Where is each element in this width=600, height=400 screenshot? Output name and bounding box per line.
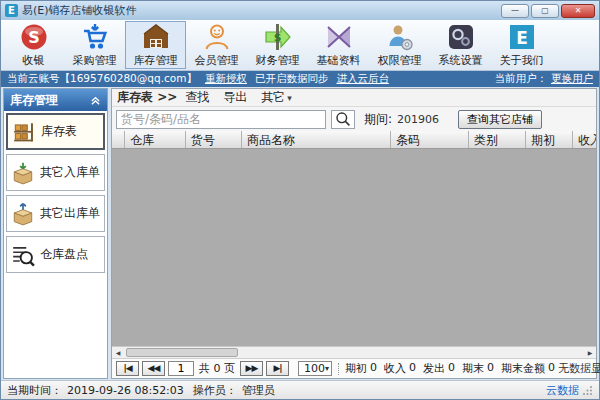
- content-area: 库存管理 库存表 其它入库单 其它出库单 仓库盘点: [1, 87, 599, 380]
- toolbar-button-members[interactable]: 会员管理: [186, 21, 247, 69]
- page-size-value: 100: [304, 362, 325, 375]
- period-value: 201906: [397, 113, 439, 126]
- toolbar-button-purchase[interactable]: 采购管理: [64, 21, 125, 69]
- warehouse-icon: [141, 22, 171, 52]
- menu-item-export[interactable]: 导出: [217, 89, 253, 106]
- menu-item-find[interactable]: 查找: [179, 89, 215, 106]
- column-header-opening[interactable]: 期初: [526, 131, 573, 148]
- search-input[interactable]: [116, 110, 326, 129]
- toolbar-button-permissions[interactable]: 权限管理: [369, 21, 430, 69]
- main-toolbar: S 收银 采购管理 库存管理 会员管理 $ 财务管理 基础资料 权限管理: [1, 20, 599, 71]
- operator-value: 管理员: [242, 383, 275, 398]
- sidebar: 库存管理 库存表 其它入库单 其它出库单 仓库盘点: [3, 88, 108, 379]
- cloud-data-link[interactable]: 云数据: [546, 383, 579, 398]
- pagination-bar: |◀ ◀◀ 共 0 页 ▶▶ ▶| 100 ▾ 期初0 收入0 发出0 期末0 …: [112, 358, 596, 378]
- period-label: 期间:: [364, 111, 392, 128]
- account-bar: 当前云账号【1695760280@qq.com】 重新授权 已开启数据同步 进入…: [1, 71, 599, 87]
- search-icon: [335, 111, 351, 127]
- sidebar-item-other-inbound[interactable]: 其它入库单: [6, 154, 105, 191]
- no-data-message: 无数据显示: [558, 361, 600, 376]
- current-user-label: 当前用户：: [495, 72, 548, 86]
- shelf-icon: [12, 120, 36, 144]
- toolbar-button-about[interactable]: E 关于我们: [491, 21, 552, 69]
- settings-gear-icon: [446, 22, 476, 52]
- stat-value: 0: [409, 361, 416, 376]
- minimize-button[interactable]: —: [501, 4, 529, 18]
- cloud-backend-link[interactable]: 进入云后台: [336, 72, 389, 86]
- column-header-received[interactable]: 收入: [573, 131, 596, 148]
- svg-text:$: $: [273, 31, 281, 44]
- inbound-box-icon: [11, 161, 35, 185]
- permission-icon: [385, 22, 415, 52]
- toolbar-button-inventory[interactable]: 库存管理: [125, 21, 186, 69]
- column-header-product-name[interactable]: 商品名称: [242, 131, 391, 148]
- toolbar-label: 关于我们: [500, 53, 544, 68]
- scroll-left-icon[interactable]: ◀: [112, 347, 124, 358]
- last-page-button[interactable]: ▶|: [266, 361, 289, 376]
- table-header-row: 仓库 货号 商品名称 条码 类别 期初 收入: [112, 131, 596, 149]
- column-header-barcode[interactable]: 条码: [391, 131, 469, 148]
- toolbar-label: 财务管理: [256, 53, 300, 68]
- toolbar-label: 库存管理: [134, 53, 178, 68]
- summary-stats: 期初0 收入0 发出0 期末0 期末金额0: [345, 361, 555, 376]
- toolbar-label: 基础资料: [317, 53, 361, 68]
- page-size-dropdown[interactable]: 100 ▾: [298, 361, 332, 376]
- toolbar-button-finance[interactable]: $ 财务管理: [247, 21, 308, 69]
- operator-label: 操作员：: [193, 383, 237, 398]
- horizontal-scrollbar[interactable]: ◀ ▶: [112, 346, 596, 358]
- page-number-input[interactable]: [168, 361, 194, 376]
- sidebar-item-inventory-table[interactable]: 库存表: [6, 113, 105, 150]
- finance-icon: $: [263, 22, 293, 52]
- toolbar-label: 收银: [23, 53, 45, 68]
- toolbar-label: 系统设置: [439, 53, 483, 68]
- stat-value: 0: [448, 361, 455, 376]
- column-header-item-no[interactable]: 货号: [186, 131, 242, 148]
- scroll-right-icon[interactable]: ▶: [584, 347, 596, 358]
- collapse-chevron-icon[interactable]: [90, 95, 101, 106]
- member-icon: [202, 22, 232, 52]
- divider: [338, 363, 339, 375]
- close-button[interactable]: ✕: [561, 4, 595, 18]
- about-logo-icon: E: [507, 22, 537, 52]
- menu-item-other[interactable]: 其它▾: [255, 89, 298, 106]
- outbound-box-icon: [11, 202, 35, 226]
- status-bar: 当期时间： 2019-09-26 08:52:03 操作员： 管理员 云数据: [1, 380, 599, 399]
- column-header-warehouse[interactable]: 仓库: [125, 131, 186, 148]
- prev-page-button[interactable]: ◀◀: [142, 361, 165, 376]
- app-window: E 易(E)销存店铺收银软件 — ▢ ✕ S 收银 采购管理 库存管理 会员管理…: [0, 0, 600, 400]
- time-label: 当期时间：: [7, 383, 62, 398]
- table-body-empty: [112, 149, 596, 346]
- search-button[interactable]: [331, 110, 355, 129]
- toolbar-button-cashier[interactable]: S 收银: [3, 21, 64, 69]
- stat-value: 0: [548, 361, 555, 376]
- stat-label: 期初: [345, 361, 367, 376]
- column-header-category[interactable]: 类别: [469, 131, 526, 148]
- query-other-stores-button[interactable]: 查询其它店铺: [458, 110, 542, 129]
- chevron-down-icon: ▾: [325, 364, 329, 373]
- sidebar-item-label: 库存表: [41, 123, 77, 140]
- svg-text:S: S: [28, 28, 40, 47]
- svg-text:E: E: [516, 28, 528, 48]
- toolbar-button-settings[interactable]: 系统设置: [430, 21, 491, 69]
- sidebar-item-other-outbound[interactable]: 其它出库单: [6, 195, 105, 232]
- cloud-account-text: 当前云账号【1695760280@qq.com】: [7, 72, 197, 86]
- column-header-selector[interactable]: [112, 131, 125, 148]
- next-page-button[interactable]: ▶▶: [240, 361, 263, 376]
- stat-value: 0: [370, 361, 377, 376]
- toolbar-label: 会员管理: [195, 53, 239, 68]
- resize-grip-icon[interactable]: [583, 385, 593, 395]
- sidebar-item-stocktake[interactable]: 仓库盘点: [6, 236, 105, 273]
- scrollbar-thumb[interactable]: [126, 348, 238, 357]
- stat-label: 期末金额: [501, 361, 545, 376]
- sidebar-item-label: 其它出库单: [40, 205, 100, 222]
- first-page-button[interactable]: |◀: [116, 361, 139, 376]
- toolbar-label: 采购管理: [73, 53, 117, 68]
- total-pages-label: 共 0 页: [199, 361, 235, 376]
- change-user-link[interactable]: 更换用户: [551, 72, 593, 86]
- breadcrumb: 库存表 >>: [117, 89, 177, 106]
- reauthorize-link[interactable]: 重新授权: [205, 72, 247, 86]
- sidebar-item-label: 仓库盘点: [40, 246, 88, 263]
- toolbar-button-basic-data[interactable]: 基础资料: [308, 21, 369, 69]
- maximize-button[interactable]: ▢: [531, 4, 559, 18]
- stat-label: 收入: [384, 361, 406, 376]
